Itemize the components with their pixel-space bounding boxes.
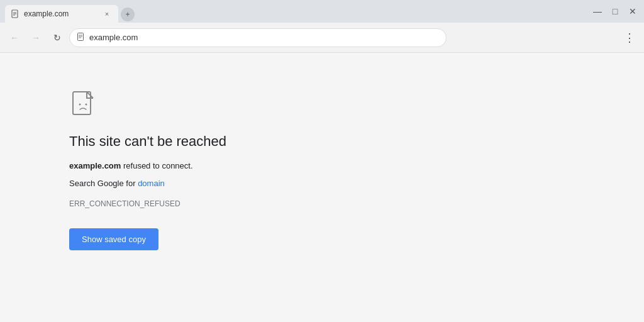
- error-detail-refused: example.com refused to connect.: [69, 160, 226, 172]
- back-button[interactable]: ←: [5, 28, 24, 47]
- maximize-button[interactable]: □: [611, 8, 619, 15]
- forward-button[interactable]: →: [26, 28, 45, 47]
- menu-dots-icon: ⋮: [624, 31, 635, 45]
- new-tab-button[interactable]: +: [121, 8, 135, 21]
- svg-point-10: [79, 104, 81, 106]
- window-controls: — □ ✕: [586, 0, 644, 23]
- error-container: This site can't be reached example.com r…: [69, 91, 226, 250]
- show-saved-copy-button[interactable]: Show saved copy: [69, 228, 158, 250]
- error-code: ERR_CONNECTION_REFUSED: [69, 199, 226, 208]
- error-detail-text: refused to connect.: [121, 161, 192, 170]
- search-prefix-text: Search Google for: [69, 179, 138, 188]
- error-domain: example.com: [69, 161, 121, 170]
- browser-menu-button[interactable]: ⋮: [620, 28, 639, 47]
- svg-rect-4: [78, 33, 84, 40]
- tab-strip: example.com × +: [5, 5, 639, 23]
- error-title: This site can't be reached: [69, 133, 226, 150]
- address-favicon-icon: [77, 33, 86, 43]
- reload-button[interactable]: ↻: [48, 28, 67, 47]
- error-icon: [69, 91, 99, 121]
- title-bar: example.com × + — □ ✕: [0, 0, 644, 23]
- minimize-button[interactable]: —: [594, 8, 601, 15]
- tab-favicon-icon: [11, 9, 20, 18]
- svg-point-11: [86, 104, 87, 106]
- back-icon: ←: [10, 33, 19, 43]
- address-bar[interactable]: example.com: [69, 28, 447, 47]
- nav-bar: ← → ↻ example.com ⋮: [0, 23, 644, 53]
- address-text: example.com: [89, 33, 138, 42]
- search-link[interactable]: domain: [138, 179, 165, 188]
- forward-icon: →: [31, 33, 40, 43]
- svg-rect-8: [73, 92, 91, 114]
- page-content: This site can't be reached example.com r…: [0, 53, 644, 322]
- tab-label: example.com: [24, 9, 98, 18]
- active-tab[interactable]: example.com ×: [5, 5, 118, 23]
- reload-icon: ↻: [53, 33, 61, 43]
- error-search-suggestion: Search Google for domain: [69, 177, 226, 190]
- browser-window: example.com × + — □ ✕ ← → ↻: [0, 0, 644, 322]
- tab-close-button[interactable]: ×: [102, 9, 112, 19]
- close-button[interactable]: ✕: [629, 8, 636, 15]
